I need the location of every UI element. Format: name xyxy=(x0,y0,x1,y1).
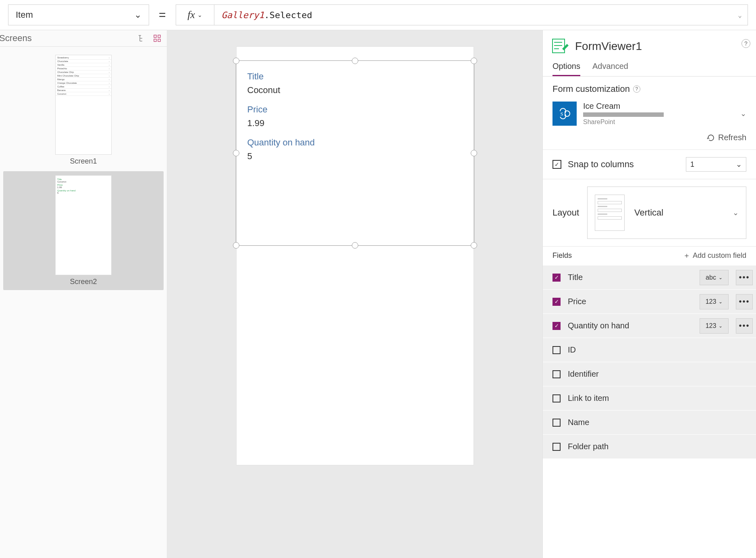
equals-icon: = xyxy=(159,8,166,22)
screens-panel-title: Screens xyxy=(0,33,132,44)
fields-label: Fields xyxy=(552,251,572,260)
field-checkbox[interactable] xyxy=(552,370,561,378)
resize-handle[interactable] xyxy=(471,150,477,156)
resize-handle[interactable] xyxy=(352,242,358,249)
tree-view-icon[interactable] xyxy=(136,33,147,44)
screen-thumbnail-1[interactable]: Strawberry›Chocolate›Vanilla›Pistachio›C… xyxy=(3,55,164,166)
fx-button[interactable]: fx ⌄ xyxy=(176,4,214,25)
field-more-button[interactable]: ••• xyxy=(736,270,753,285)
columns-value: 1 xyxy=(690,160,694,169)
thumbnail-view-icon[interactable] xyxy=(152,33,163,44)
field-checkbox[interactable] xyxy=(552,443,561,451)
field-row[interactable]: ✓Price123⌄••• xyxy=(543,289,756,313)
field-name-label: Price xyxy=(568,297,692,306)
svg-rect-2 xyxy=(154,39,156,41)
formula-token-identifier: Gallery1 xyxy=(222,10,264,20)
thumbnail-label: Screen1 xyxy=(3,157,164,166)
layout-select[interactable]: Vertical ⌄ xyxy=(587,187,746,239)
chevron-down-icon[interactable]: ⌄ xyxy=(738,11,742,19)
field-row[interactable]: Folder path xyxy=(543,434,756,458)
tab-advanced[interactable]: Advanced xyxy=(592,62,628,76)
field-checkbox[interactable]: ✓ xyxy=(552,298,561,306)
columns-select[interactable]: 1 ⌄ xyxy=(686,157,746,172)
data-source-type: SharePoint xyxy=(583,118,734,126)
refresh-label: Refresh xyxy=(718,133,746,142)
field-type-select[interactable]: 123⌄ xyxy=(700,318,729,334)
resize-handle[interactable] xyxy=(233,150,239,156)
form-field-value: Coconut xyxy=(247,85,463,95)
form-field-value: 5 xyxy=(247,151,463,162)
chevron-down-icon: ⌄ xyxy=(733,208,739,217)
form-field-label: Title xyxy=(247,71,463,82)
field-row[interactable]: ✓Titleabc⌄••• xyxy=(543,265,756,289)
property-selector-value: Item xyxy=(16,10,33,20)
field-row[interactable]: Name xyxy=(543,410,756,434)
field-type-select[interactable]: 123⌄ xyxy=(700,294,729,309)
form-icon xyxy=(551,37,569,55)
field-row[interactable]: Link to item xyxy=(543,386,756,410)
tab-options[interactable]: Options xyxy=(552,62,580,76)
field-name-label: Name xyxy=(568,418,753,427)
field-more-button[interactable]: ••• xyxy=(736,294,753,309)
refresh-button[interactable]: Refresh xyxy=(552,133,746,142)
resize-handle[interactable] xyxy=(471,242,477,249)
chevron-down-icon[interactable]: ⌄ xyxy=(740,109,746,118)
data-source-owner-redacted xyxy=(583,112,664,117)
chevron-down-icon: ⌄ xyxy=(197,12,202,19)
canvas: TitleCoconutPrice1.99Quantity on hand5 xyxy=(167,30,542,558)
add-custom-field-label: Add custom field xyxy=(693,251,746,260)
form-customization-label: Form customization xyxy=(552,84,630,94)
chevron-down-icon: ⌄ xyxy=(736,160,742,169)
selected-control-name: FormViewer1 xyxy=(575,40,642,53)
field-row[interactable]: ✓Quantity on hand123⌄••• xyxy=(543,313,756,338)
resize-handle[interactable] xyxy=(352,58,358,64)
snap-to-columns-label: Snap to columns xyxy=(568,159,634,170)
field-checkbox[interactable]: ✓ xyxy=(552,322,561,330)
form-field-label: Quantity on hand xyxy=(247,137,463,148)
property-selector[interactable]: Item ⌄ xyxy=(8,4,149,25)
layout-label: Layout xyxy=(552,207,579,218)
field-checkbox[interactable] xyxy=(552,394,561,402)
field-checkbox[interactable] xyxy=(552,346,561,354)
snap-to-columns-checkbox[interactable]: ✓ xyxy=(552,160,561,169)
formula-input[interactable]: Gallery1.Selected ⌄ xyxy=(214,4,748,25)
add-custom-field-button[interactable]: ＋ Add custom field xyxy=(683,251,746,260)
field-name-label: ID xyxy=(568,345,753,355)
field-more-button[interactable]: ••• xyxy=(736,318,753,334)
field-name-label: Folder path xyxy=(568,442,753,451)
formula-bar: Item ⌄ = fx ⌄ Gallery1.Selected ⌄ xyxy=(0,0,756,30)
resize-handle[interactable] xyxy=(233,242,239,249)
fx-icon: fx xyxy=(187,9,195,21)
thumbnail-label: Screen2 xyxy=(7,278,160,286)
properties-panel: FormViewer1 ? Options Advanced Form cust… xyxy=(542,30,756,558)
refresh-icon xyxy=(707,134,715,142)
resize-handle[interactable] xyxy=(233,58,239,64)
field-type-select[interactable]: abc⌄ xyxy=(700,270,729,285)
field-row[interactable]: ID xyxy=(543,338,756,362)
field-name-label: Title xyxy=(568,273,692,282)
chevron-down-icon: ⌄ xyxy=(134,10,141,20)
field-name-label: Link to item xyxy=(568,394,753,403)
info-icon[interactable]: ? xyxy=(633,85,640,93)
svg-rect-0 xyxy=(154,35,156,37)
svg-text:S: S xyxy=(561,111,563,117)
layout-value: Vertical xyxy=(634,207,723,218)
field-name-label: Quantity on hand xyxy=(568,321,692,330)
field-checkbox[interactable] xyxy=(552,419,561,427)
field-name-label: Identifier xyxy=(568,369,753,379)
data-source-row[interactable]: S Ice Cream SharePoint ⌄ xyxy=(552,102,746,126)
form-field-label: Price xyxy=(247,104,463,115)
svg-rect-1 xyxy=(158,35,160,37)
field-checkbox[interactable]: ✓ xyxy=(552,274,561,282)
svg-rect-3 xyxy=(158,39,160,41)
screen-thumbnail-2[interactable]: TitleCoconutPrice1.99Quantity on hand5 S… xyxy=(3,171,164,290)
help-icon[interactable]: ? xyxy=(741,39,750,48)
plus-icon: ＋ xyxy=(683,251,690,260)
field-row[interactable]: Identifier xyxy=(543,362,756,386)
form-selection[interactable]: TitleCoconutPrice1.99Quantity on hand5 xyxy=(236,60,474,246)
app-preview[interactable]: TitleCoconutPrice1.99Quantity on hand5 xyxy=(236,46,474,465)
layout-preview-icon xyxy=(595,195,625,231)
sharepoint-icon: S xyxy=(552,102,577,126)
formula-token-property: .Selected xyxy=(264,10,312,20)
resize-handle[interactable] xyxy=(471,58,477,64)
